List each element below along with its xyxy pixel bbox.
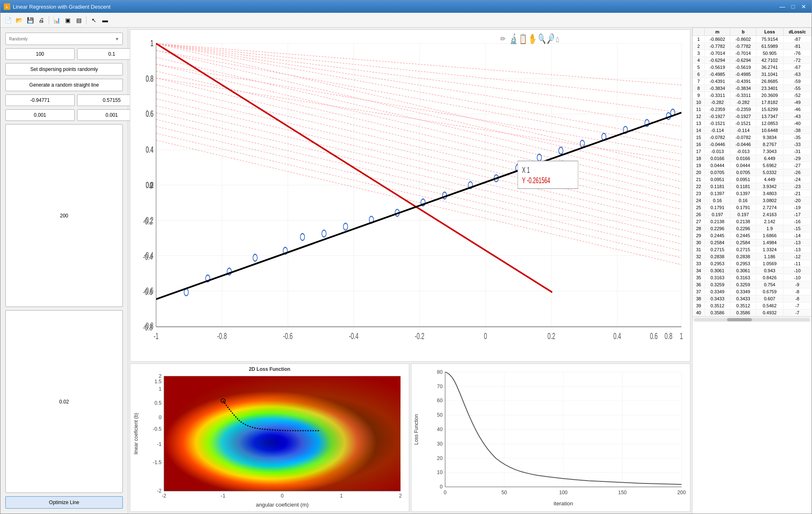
table-row: 210.09510.09514.449-24 bbox=[693, 176, 812, 183]
row-index: 32 bbox=[693, 253, 705, 260]
svg-text:0.5: 0.5 bbox=[155, 401, 162, 406]
x-axis-label: angular coeficient (m) bbox=[256, 502, 309, 508]
row-dloss: -29 bbox=[783, 155, 811, 162]
row-index: 18 bbox=[693, 155, 705, 162]
row-index: 17 bbox=[693, 148, 705, 155]
row-m: -0.0446 bbox=[704, 141, 730, 148]
row-b: 0.2296 bbox=[730, 225, 756, 232]
scrollbar-thumb[interactable] bbox=[727, 318, 752, 321]
table-row: 7-0.4391-0.439126.8685-59 bbox=[693, 78, 812, 85]
iterations-input[interactable] bbox=[5, 124, 123, 307]
row-b: 0.1791 bbox=[730, 204, 756, 211]
optimize-button[interactable]: Optimize Line bbox=[5, 496, 123, 509]
row-m: -0.3311 bbox=[704, 92, 730, 99]
row-loss: 13.7347 bbox=[756, 113, 783, 120]
row-index: 21 bbox=[693, 176, 705, 183]
row-dloss: -8 bbox=[783, 288, 811, 295]
save-button[interactable]: 💾 bbox=[25, 15, 35, 25]
row-m: -0.4985 bbox=[704, 71, 730, 78]
toolbar: 📄 📂 💾 🖨 📊 ▣ ▤ ↖ ▬ bbox=[0, 13, 812, 28]
center-panel: -1 -0.8 -0.6 -0.4 -0.2 0 0.2 0.4 0.6 0.8… bbox=[128, 28, 692, 514]
layout-button[interactable]: ▬ bbox=[100, 15, 110, 25]
svg-text:-1.5: -1.5 bbox=[153, 460, 162, 465]
row-b: 0.2953 bbox=[730, 260, 756, 267]
grid-button[interactable]: ▣ bbox=[63, 15, 73, 25]
field1-input[interactable] bbox=[5, 48, 75, 60]
row-loss: 4.449 bbox=[756, 176, 783, 183]
set-dispersing-button[interactable]: Set dispersing points randomly bbox=[5, 63, 123, 75]
row-b: -0.1521 bbox=[730, 120, 756, 127]
title-bar: L Linear Regression with Gradient Descen… bbox=[0, 0, 812, 13]
table-row: 13-0.1521-0.152112.0853-40 bbox=[693, 120, 812, 127]
svg-text:20: 20 bbox=[437, 455, 443, 461]
row-loss: 2.4163 bbox=[756, 211, 783, 218]
row-loss: 1.0569 bbox=[756, 260, 783, 267]
col-m: m bbox=[704, 28, 730, 36]
toolbar-sep-2 bbox=[86, 16, 87, 24]
row-loss: 3.9342 bbox=[756, 183, 783, 190]
maximize-button[interactable]: □ bbox=[789, 3, 798, 10]
svg-text:10: 10 bbox=[437, 470, 443, 476]
print-button[interactable]: 🖨 bbox=[36, 15, 46, 25]
svg-text:⌂: ⌂ bbox=[556, 33, 559, 44]
table-row: 320.28380.28381.186-12 bbox=[693, 253, 812, 260]
row-loss: 61.5989 bbox=[756, 43, 783, 50]
row-b: -0.5619 bbox=[730, 64, 756, 71]
list-button[interactable]: ▤ bbox=[74, 15, 84, 25]
row-m: -0.4391 bbox=[704, 78, 730, 85]
row-dloss: -16 bbox=[783, 218, 811, 225]
row-m: -0.3834 bbox=[704, 85, 730, 92]
col-loss: Loss bbox=[756, 28, 783, 36]
table-row: 380.34330.34330.607-8 bbox=[693, 295, 812, 302]
row-loss: 5.0332 bbox=[756, 169, 783, 176]
row-loss: 0.6759 bbox=[756, 288, 783, 295]
svg-text:0.2: 0.2 bbox=[547, 331, 555, 341]
table-row: 10-0.282-0.28217.8182-49 bbox=[693, 99, 812, 106]
table-row: 8-0.3834-0.383423.3401-55 bbox=[693, 85, 812, 92]
row-index: 37 bbox=[693, 288, 705, 295]
svg-text:-1: -1 bbox=[154, 331, 159, 341]
row-m: -0.0782 bbox=[704, 134, 730, 141]
mb-row bbox=[5, 94, 123, 106]
chart-button[interactable]: 📊 bbox=[52, 15, 61, 25]
svg-text:-0.8: -0.8 bbox=[217, 331, 227, 341]
window-title: Linear Regression with Gradient Descent bbox=[13, 4, 110, 10]
svg-text:1: 1 bbox=[680, 331, 683, 341]
table-row: 16-0.0446-0.04468.2767-33 bbox=[693, 141, 812, 148]
row-dloss: -40 bbox=[783, 120, 811, 127]
row-dloss: -15 bbox=[783, 225, 811, 232]
new-button[interactable]: 📄 bbox=[3, 15, 13, 25]
row-index: 26 bbox=[693, 211, 705, 218]
step-input[interactable] bbox=[5, 310, 123, 493]
table-row: 200.07050.07055.0332-26 bbox=[693, 169, 812, 176]
lr-m-input[interactable] bbox=[5, 109, 75, 121]
mode-dropdown[interactable]: Randomly ▼ bbox=[5, 33, 123, 45]
row-index: 5 bbox=[693, 64, 705, 71]
row-loss: 42.7102 bbox=[756, 57, 783, 64]
minimize-button[interactable]: — bbox=[778, 3, 787, 10]
row-b: 0.3349 bbox=[730, 288, 756, 295]
input-row-1 bbox=[5, 48, 123, 60]
open-button[interactable]: 📂 bbox=[14, 15, 24, 25]
svg-text:-0.4: -0.4 bbox=[349, 331, 358, 341]
row-loss: 15.6299 bbox=[756, 106, 783, 113]
table-row: 3-0.7014-0.701450.905-76 bbox=[693, 50, 812, 57]
row-loss: 1.6866 bbox=[756, 232, 783, 239]
col-dloss: dLoss/c bbox=[783, 28, 811, 36]
row-m: -0.114 bbox=[704, 127, 730, 134]
row-index: 13 bbox=[693, 120, 705, 127]
close-button[interactable]: ✕ bbox=[799, 3, 808, 10]
m-input[interactable] bbox=[5, 94, 75, 106]
table-row: 260.1970.1972.4163-17 bbox=[693, 211, 812, 218]
row-b: 0.16 bbox=[730, 197, 756, 204]
row-dloss: -12 bbox=[783, 253, 811, 260]
horizontal-scrollbar[interactable] bbox=[692, 316, 812, 322]
generate-line-button[interactable]: Generate a random straight line bbox=[5, 79, 123, 91]
row-loss: 0.607 bbox=[756, 295, 783, 302]
row-loss: 10.6448 bbox=[756, 127, 783, 134]
cursor-button[interactable]: ↖ bbox=[89, 15, 99, 25]
svg-text:150: 150 bbox=[618, 490, 627, 495]
row-m: 0.0166 bbox=[704, 155, 730, 162]
row-dloss: -23 bbox=[783, 183, 811, 190]
table-row: 6-0.4985-0.498531.1041-63 bbox=[693, 71, 812, 78]
